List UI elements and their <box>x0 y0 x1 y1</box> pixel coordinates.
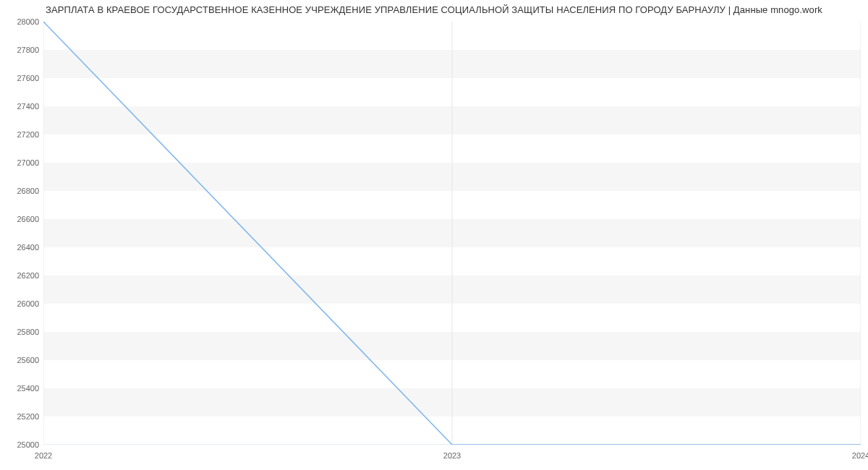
y-tick-label: 26200 <box>0 271 39 280</box>
plot-area <box>43 22 861 445</box>
y-tick-label: 26600 <box>0 215 39 223</box>
y-tick-label: 25800 <box>0 328 39 336</box>
y-tick-label: 26400 <box>0 243 39 252</box>
y-tick-label: 26000 <box>0 299 39 308</box>
y-tick-label: 27400 <box>0 102 39 111</box>
y-tick-label: 27000 <box>0 158 39 167</box>
y-tick-label: 25400 <box>0 384 39 393</box>
x-tick-label: 2024 <box>852 451 868 460</box>
y-tick-label: 27800 <box>0 46 39 54</box>
y-tick-label: 28000 <box>0 17 39 26</box>
y-tick-label: 27600 <box>0 74 39 82</box>
y-tick-label: 27200 <box>0 130 39 139</box>
x-tick-label: 2023 <box>443 451 461 460</box>
y-tick-label: 25000 <box>0 440 39 449</box>
chart-title: ЗАРПЛАТА В КРАЕВОЕ ГОСУДАРСТВЕННОЕ КАЗЕН… <box>0 4 868 15</box>
chart-svg <box>43 22 861 445</box>
y-tick-label: 25600 <box>0 356 39 364</box>
y-tick-label: 26800 <box>0 187 39 195</box>
x-tick-label: 2022 <box>35 451 52 460</box>
y-tick-label: 25200 <box>0 412 39 421</box>
chart-container: ЗАРПЛАТА В КРАЕВОЕ ГОСУДАРСТВЕННОЕ КАЗЕН… <box>0 0 868 470</box>
